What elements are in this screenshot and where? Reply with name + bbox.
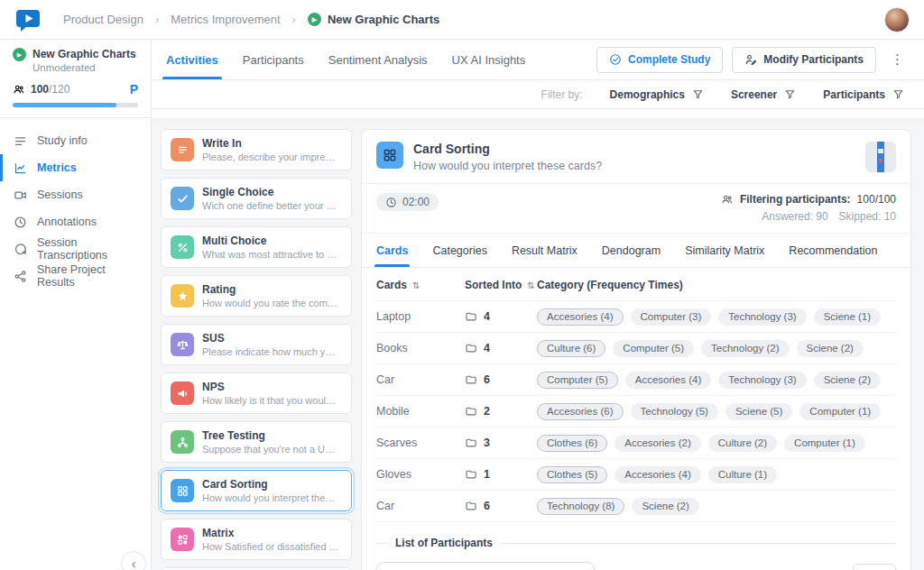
sorted-into-cell: 4 <box>465 310 537 323</box>
activity-card-single-choice[interactable]: Single ChoiceWich one define better your… <box>161 178 352 219</box>
activity-card-tree-testing[interactable]: Tree TestingSuppose that you're not a Us… <box>161 421 352 463</box>
breadcrumb-item[interactable]: Metrics Improvement <box>171 13 280 26</box>
folder-icon <box>465 500 477 512</box>
subheader: ▶ New Graphic Charts Unmoderated 100 /12… <box>0 40 924 118</box>
card-name: Laptop <box>376 310 465 323</box>
activity-card-matrix[interactable]: MatrixHow Satisfied or dissatisfied are … <box>161 519 352 560</box>
filtering-label: Filtering participants: <box>740 193 851 206</box>
activity-card-card-sorting[interactable]: Card SortingHow would you interpret thes… <box>161 470 352 511</box>
study-progress-fill <box>13 103 116 107</box>
cards-table: Cards⇅ Sorted Into⇅ Category (Frequency … <box>362 268 910 522</box>
write-in-icon <box>171 138 194 161</box>
sidebar-item-annotations[interactable]: Annotations <box>0 208 151 235</box>
plan-badge[interactable]: P <box>130 82 138 97</box>
category-tag: Technology (5) <box>631 403 718 420</box>
category-tag: Computer (1) <box>799 403 881 420</box>
panel-title: Card Sorting <box>413 142 602 156</box>
category-tag: Computer (3) <box>631 308 712 326</box>
card-name: Books <box>376 342 465 354</box>
sidebar-item-metrics[interactable]: Metrics <box>0 154 151 181</box>
tab-participants[interactable]: Participants <box>243 40 304 79</box>
tab-activities[interactable]: Activities <box>166 40 218 79</box>
breadcrumb-item[interactable]: Product Design <box>63 13 143 26</box>
activity-card-rating[interactable]: RatingHow would you rate the company's..… <box>161 275 352 317</box>
header-actions: Complete Study Modify Participants ⋮ <box>596 40 910 79</box>
filter-demographics[interactable]: Demographics <box>610 88 704 101</box>
tab-ux-ai-insights[interactable]: UX AI Insights <box>452 40 526 79</box>
sidebar-item-sessions[interactable]: Sessions <box>0 181 151 208</box>
result-tab-similarity-matrix[interactable]: Similarity Matrix <box>685 234 764 267</box>
category-tags: Accesories (6)Technology (5)Sciene (5)Co… <box>537 403 896 420</box>
more-options-icon[interactable]: ⋮ <box>885 48 910 71</box>
activity-description: Suppose that you're not a Userlytics... <box>202 444 339 455</box>
study-status-icon: ▶ <box>308 13 321 26</box>
activity-card-text: Write InPlease, describe your impression… <box>202 137 339 162</box>
panel-header: Card Sorting How would you interpret the… <box>362 130 910 184</box>
activity-card-multi-choice[interactable]: Multi ChoiceWhat was most attractive to … <box>161 226 352 268</box>
result-tab-cards[interactable]: Cards <box>376 234 408 267</box>
card-name: Car <box>376 373 465 386</box>
app-logo-icon[interactable] <box>14 8 42 32</box>
activity-description: What was most attractive to you ab... <box>202 249 339 260</box>
modify-participants-button[interactable]: Modify Participants <box>732 47 876 73</box>
user-avatar[interactable] <box>884 7 910 32</box>
sort-icon[interactable]: ⇅ <box>527 280 534 290</box>
category-tag: Technology (2) <box>701 340 789 357</box>
filter-screener[interactable]: Screener <box>731 88 796 101</box>
clock-icon <box>385 197 397 208</box>
share-icon <box>14 270 27 283</box>
filter-participants[interactable]: Participants <box>823 88 904 101</box>
activity-thumbnail[interactable] <box>865 142 896 172</box>
sidebar-item-study-info[interactable]: Study info <box>0 127 151 154</box>
activity-card-text: Single ChoiceWich one define better your… <box>202 186 339 211</box>
tab-sentiment-analysis[interactable]: Sentiment Analysis <box>328 40 428 79</box>
sidebar-item-session-transcriptions[interactable]: Session Transcriptions <box>0 235 151 262</box>
breadcrumb-item[interactable]: ▶New Graphic Charts <box>308 13 439 26</box>
study-status-icon: ▶ <box>13 48 26 61</box>
activity-description: How would you rate the company's... <box>202 298 339 308</box>
col-category: Category (Frequency Times) <box>537 279 896 291</box>
funnel-icon <box>892 88 904 100</box>
result-tab-dendogram[interactable]: Dendogram <box>602 234 661 267</box>
result-tab-result-matrix[interactable]: Result Matrix <box>512 234 578 267</box>
page-size-select[interactable]: 10 ∨ <box>853 564 896 570</box>
participant-search[interactable] <box>376 562 595 570</box>
complete-study-button[interactable]: Complete Study <box>596 47 723 73</box>
participants-section-title: List of Participants <box>376 537 896 549</box>
category-tag: Accesories (6) <box>537 403 624 420</box>
result-tab-categories[interactable]: Categories <box>432 234 486 267</box>
sorted-count: 3 <box>484 437 490 449</box>
activity-card-text: MatrixHow Satisfied or dissatisfied are … <box>202 527 339 552</box>
sorted-count: 4 <box>484 342 490 354</box>
activity-title: SUS <box>202 332 339 345</box>
category-tag: Culture (1) <box>708 466 777 483</box>
activity-card-sus[interactable]: SUSPlease indicate how much you agre... <box>161 324 352 365</box>
category-tag: Computer (5) <box>537 372 618 389</box>
pagination: ‹ 1 of 10 › 10 ∨ <box>753 564 896 570</box>
study-progress-bar[interactable] <box>13 103 138 107</box>
study-summary: ▶ New Graphic Charts Unmoderated 100 /12… <box>0 40 152 118</box>
activity-card-write-in[interactable]: Write InPlease, describe your impression… <box>161 129 352 170</box>
col-sorted-into[interactable]: Sorted Into⇅ <box>465 279 537 291</box>
activity-description: Please indicate how much you agre... <box>202 346 339 357</box>
activity-detail-panel: Card Sorting How would you interpret the… <box>361 129 911 570</box>
result-tab-recommendation[interactable]: Recommendation <box>789 234 877 267</box>
folder-icon <box>465 342 477 354</box>
sorted-count: 4 <box>484 310 490 323</box>
sort-icon[interactable]: ⇅ <box>412 280 420 290</box>
panel-meta-row: 02:00 Filtering participants: 100/100 An… <box>362 184 910 234</box>
main-tabs: ActivitiesParticipantsSentiment Analysis… <box>166 40 525 79</box>
person-edit-icon <box>744 53 757 66</box>
table-row: Mobile2Accesories (6)Technology (5)Scien… <box>376 396 896 428</box>
sidebar-collapse-button[interactable]: ‹ <box>121 551 146 570</box>
activity-title: Card Sorting <box>202 478 339 491</box>
category-tag: Accesories (2) <box>614 435 701 452</box>
activity-card-nps[interactable]: NPSHow likely is it that you would reco.… <box>161 372 352 414</box>
filter-bar: Filter by: DemographicsScreenerParticipa… <box>152 80 924 109</box>
card-name: Scarves <box>376 437 465 449</box>
category-tag: Sciene (2) <box>797 340 864 357</box>
col-cards[interactable]: Cards⇅ <box>376 279 465 291</box>
sorted-into-cell: 4 <box>465 342 537 354</box>
sorted-count: 2 <box>484 405 490 418</box>
sidebar-item-share-project-results[interactable]: Share Project Results <box>0 262 151 290</box>
